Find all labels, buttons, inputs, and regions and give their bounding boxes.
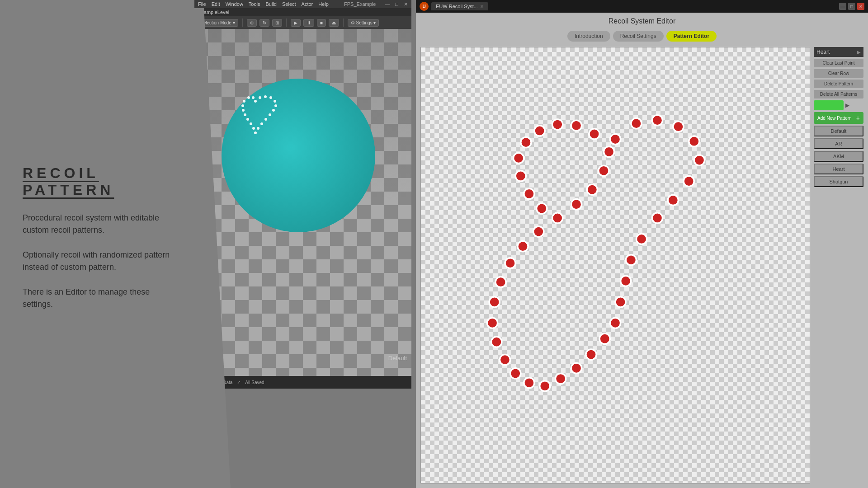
svg-point-60 (514, 153, 524, 163)
svg-point-37 (571, 363, 581, 373)
delete-all-patterns-btn[interactable]: Delete All Patterns (814, 90, 863, 99)
svg-point-59 (521, 137, 531, 147)
window-title: FPS_Example (344, 1, 376, 7)
svg-point-22 (631, 118, 642, 129)
svg-point-62 (524, 188, 534, 199)
svg-point-16 (242, 109, 245, 112)
svg-point-61 (515, 171, 526, 181)
pattern-name-arrow: ▶ (857, 50, 861, 55)
menu-window[interactable]: Window (226, 1, 243, 7)
stop-btn[interactable]: ■ (317, 19, 326, 27)
svg-point-8 (264, 118, 267, 121)
window-minimize[interactable]: — (385, 1, 390, 7)
svg-point-29 (652, 213, 662, 223)
add-new-pattern-btn[interactable]: Add New Pattern + (814, 112, 863, 124)
tab-recoil-settings[interactable]: Recoil Settings (613, 31, 664, 42)
minimize-btn[interactable]: — (839, 3, 846, 10)
tab-close-btn[interactable]: ✕ (480, 4, 484, 9)
heart-dots-overlay (219, 74, 310, 164)
right-panel: U EUW Recoil Syst... ✕ — □ ✕ Recoil Syst… (416, 0, 868, 488)
svg-point-4 (274, 100, 276, 103)
svg-point-30 (636, 234, 646, 244)
add-new-pattern-label: Add New Pattern (817, 116, 852, 121)
ue-titlebar: U EUW Recoil Syst... ✕ — □ ✕ (416, 0, 868, 13)
window-maximize[interactable]: □ (395, 1, 398, 7)
color-expand-arrow[interactable]: ▶ (845, 102, 849, 108)
toolbar-btn-scale[interactable]: ⊞ (272, 19, 282, 27)
footer-icon-2: ✓ (237, 380, 241, 385)
play-btn[interactable]: ▶ (291, 19, 301, 27)
menu-file[interactable]: File (198, 1, 206, 7)
add-pattern-icon: + (856, 114, 860, 122)
menu-select[interactable]: Select (282, 1, 296, 7)
main-title: RECOIL PATTERN (23, 165, 181, 198)
pattern-akm[interactable]: AKM (814, 151, 863, 162)
svg-point-36 (586, 349, 596, 360)
svg-point-47 (505, 258, 515, 268)
menu-actor[interactable]: Actor (302, 1, 313, 7)
pause-btn[interactable]: ⏸ (303, 19, 314, 27)
svg-point-7 (269, 113, 271, 116)
description-2: Optionally recoil with randomized patter… (23, 249, 181, 273)
window-close[interactable]: ✕ (404, 1, 408, 7)
toolbar-separator-3 (343, 19, 344, 27)
menu-edit[interactable]: Edit (212, 1, 220, 7)
svg-point-27 (684, 176, 694, 186)
svg-point-34 (610, 318, 620, 328)
settings-btn[interactable]: ⚙ Settings ▾ (348, 19, 379, 27)
svg-point-45 (489, 297, 500, 307)
svg-point-52 (587, 184, 597, 195)
menu-build[interactable]: Build (266, 1, 277, 7)
svg-point-50 (552, 213, 563, 223)
editor-title: Recoil System Editor (420, 17, 863, 25)
svg-point-14 (246, 118, 249, 121)
pattern-name-label: Heart (816, 49, 830, 55)
svg-point-32 (621, 276, 631, 286)
clear-last-point-btn[interactable]: Clear Last Point (814, 59, 863, 67)
tab-introduction[interactable]: Introduction (567, 31, 610, 42)
svg-point-15 (244, 113, 246, 116)
svg-point-9 (260, 122, 263, 125)
svg-point-3 (269, 96, 272, 99)
pattern-ar[interactable]: AR (814, 138, 863, 149)
pattern-canvas[interactable] (420, 47, 810, 483)
svg-point-19 (247, 96, 250, 99)
svg-point-21 (610, 134, 620, 144)
close-btn[interactable]: ✕ (857, 3, 864, 10)
svg-point-6 (272, 109, 275, 112)
editor-tab-label: EUW Recoil Syst... (436, 4, 478, 9)
svg-point-53 (599, 165, 609, 176)
pattern-name-field: Heart ▶ (814, 47, 863, 57)
viewport-menubar: File Edit Window Tools Build Select Acto… (194, 0, 411, 8)
menu-help[interactable]: Help (318, 1, 329, 7)
svg-point-23 (652, 115, 662, 126)
svg-point-31 (626, 255, 636, 265)
eject-btn[interactable]: ⏏ (329, 19, 339, 27)
pattern-default[interactable]: Default (814, 126, 863, 136)
toolbar-btn-rotate[interactable]: ↻ (259, 19, 269, 27)
svg-point-48 (518, 241, 528, 252)
ue-logo: U (420, 2, 429, 11)
svg-point-17 (241, 104, 244, 107)
menu-tools[interactable]: Tools (249, 1, 260, 7)
svg-point-39 (540, 381, 550, 391)
tab-pattern-editor[interactable]: Pattern Editor (666, 31, 717, 42)
maximize-btn[interactable]: □ (848, 3, 855, 10)
pattern-heart[interactable]: Heart (814, 164, 863, 174)
pattern-shotgun[interactable]: Shotgun (814, 176, 863, 187)
svg-point-41 (510, 368, 521, 379)
color-row: ▶ (814, 100, 863, 110)
clear-row-btn[interactable]: Clear Row (814, 69, 863, 78)
tab-bar: Introduction Recoil Settings Pattern Edi… (420, 31, 863, 42)
toolbar-btn-transform[interactable]: ⊕ (247, 19, 257, 27)
editor-tab[interactable]: EUW Recoil Syst... ✕ (431, 2, 488, 10)
svg-point-2 (264, 95, 267, 98)
svg-point-49 (533, 226, 544, 237)
svg-point-12 (252, 127, 255, 130)
delete-pattern-btn[interactable]: Delete Pattern (814, 80, 863, 88)
svg-point-51 (571, 199, 581, 210)
svg-point-55 (589, 129, 599, 139)
svg-point-26 (694, 155, 704, 165)
svg-point-40 (524, 378, 534, 388)
color-swatch[interactable] (814, 100, 844, 110)
